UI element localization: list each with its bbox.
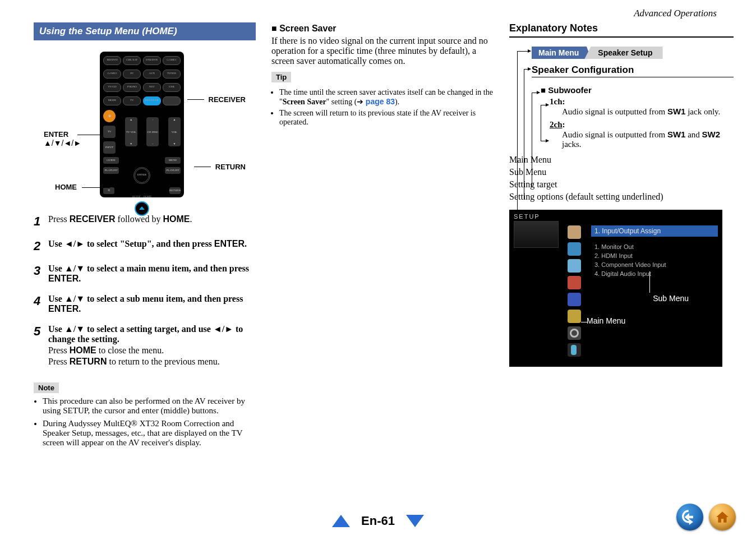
back-arrow-icon	[682, 509, 698, 525]
setup-sub-item: 3. Component Video Input	[594, 261, 666, 268]
opt-2ch-desc: Audio signal is outputted from SW1 and S…	[562, 130, 734, 149]
setup-sub-list: 1. Monitor Out 2. HDMI Input 3. Componen…	[594, 241, 666, 279]
heading-rule	[509, 36, 734, 38]
setup-screenshot: SETUP 1. Input/Output Assign 1. Monitor …	[509, 210, 722, 367]
tip-item: The time until the screen saver activate…	[279, 88, 494, 107]
legend-setting-options: Setting options (default setting underli…	[509, 192, 734, 202]
back-button[interactable]	[676, 504, 703, 531]
step-5: Use ▲/▼ to select a setting target, and …	[48, 324, 256, 367]
remote-label-return: RETURN	[215, 163, 246, 171]
remote-label-enter: ENTER ▲/▼/◄/►	[44, 130, 81, 147]
footer: En-61	[0, 514, 756, 528]
page-number: En-61	[361, 514, 395, 528]
setup-thumbnail	[514, 221, 559, 248]
setup-sub-item: 1. Monitor Out	[594, 243, 666, 250]
setup-sub-item: 2. HDMI Input	[594, 252, 666, 259]
remote-body: BD/DVDCBL/SATSTB/DVRGAME1 GAME2PCAUXTUNE…	[100, 52, 184, 197]
remote-label-receiver: RECEIVER	[209, 95, 246, 104]
step-2: Use ◄/► to select "Setup", and then pres…	[48, 239, 247, 253]
tip-list: The time until the screen saver activate…	[271, 88, 494, 127]
steps-list: 1Press RECEIVER followed by HOME. 2Use ◄…	[34, 214, 256, 367]
page-down-icon[interactable]	[406, 515, 424, 527]
page-up-icon[interactable]	[332, 515, 350, 527]
note-label: Note	[34, 382, 59, 393]
step-1: Press RECEIVER followed by HOME.	[48, 214, 192, 229]
opt-2ch: 2ch	[550, 120, 563, 129]
step-3: Use ▲/▼ to select a main menu item, and …	[48, 264, 256, 284]
screen-saver-heading: ■ Screen Saver	[271, 24, 494, 34]
note-item: During Audyssey MultEQ® XT32 Room Correc…	[43, 419, 256, 448]
note-item: This procedure can also be performed on …	[43, 396, 256, 416]
setup-icon-column	[568, 225, 584, 360]
tip-label: Tip	[271, 72, 291, 82]
header-section: Advanced Operations	[634, 8, 717, 19]
setup-label-sub: Sub Menu	[653, 294, 689, 303]
home-button[interactable]	[709, 504, 736, 531]
setup-selected-main: 1. Input/Output Assign	[591, 225, 718, 237]
tab-main-menu: Main Menu	[532, 47, 591, 59]
opt-1ch: 1ch:	[550, 97, 565, 106]
page-link-83[interactable]: page 83	[366, 97, 395, 106]
legend-sub-menu: Sub Menu	[509, 167, 734, 177]
step-4: Use ▲/▼ to select a sub menu item, and t…	[48, 294, 256, 314]
speaker-configuration-title: Speaker Configuration	[532, 64, 734, 77]
subwoofer-heading: ■ Subwoofer	[541, 85, 734, 95]
setup-label: SETUP	[514, 213, 540, 220]
setup-sub-item: 4. Digital Audio Input	[594, 270, 666, 277]
remote-label-home: HOME	[55, 183, 77, 191]
opt-1ch-desc: Audio signal is outputted from SW1 jack …	[562, 107, 734, 117]
legend-setting-target: Setting target	[509, 179, 734, 190]
legend: Main Menu Sub Menu Setting target Settin…	[509, 155, 734, 202]
setup-label-main: Main Menu	[587, 316, 625, 325]
remote-diagram: BD/DVDCBL/SATSTB/DVRGAME1 GAME2PCAUXTUNE…	[44, 52, 246, 197]
menu-tabs: Main MenuSpeaker Setup	[532, 47, 734, 59]
notes-list: This procedure can also be performed on …	[34, 396, 256, 448]
tab-speaker-setup: Speaker Setup	[584, 47, 662, 59]
tip-item: The screen will return to its previous s…	[279, 109, 494, 127]
section-title-using-setup: Using the Setup Menu (HOME)	[34, 22, 256, 40]
explanatory-notes-heading: Explanatory Notes	[509, 22, 734, 34]
home-icon	[715, 510, 730, 524]
screen-saver-body: If there is no video signal on the curre…	[271, 36, 494, 66]
legend-main-menu: Main Menu	[509, 155, 734, 165]
